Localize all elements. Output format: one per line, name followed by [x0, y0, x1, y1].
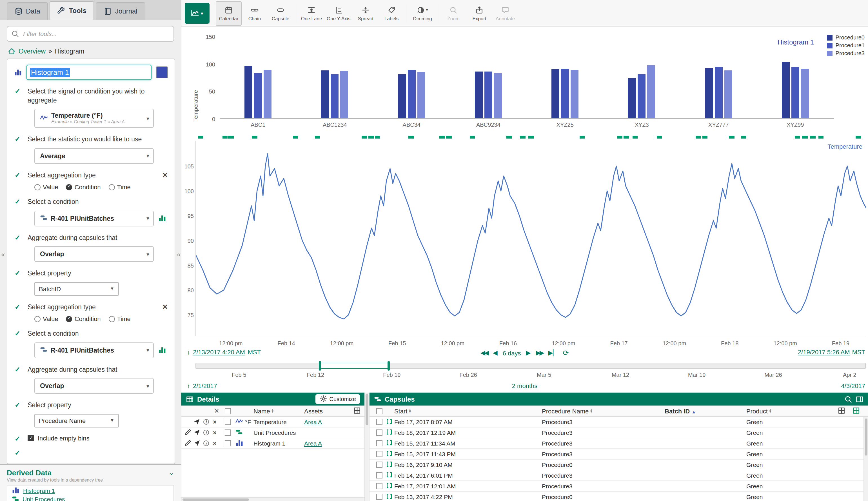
toolbar-button-labels[interactable]: Labels: [378, 1, 405, 25]
step-back-fast-button[interactable]: ◀◀: [481, 349, 488, 356]
window-right-handle[interactable]: [387, 361, 389, 371]
capsules-col-procedure[interactable]: Procedure Name ▴▾: [542, 407, 592, 414]
capsule-row[interactable]: Feb 15, 2017 11:43 PMProcedure3Green: [369, 449, 868, 460]
condition-chart-button[interactable]: [158, 345, 166, 354]
collapse-sidebar-handle[interactable]: «: [177, 250, 181, 258]
row-checkbox[interactable]: [376, 472, 383, 479]
capsule-row[interactable]: Feb 17, 2017 8:07 AMProcedure3Green: [369, 417, 868, 427]
range-end-link[interactable]: 2/19/2017 5:26 AM: [798, 349, 850, 355]
details-col-name[interactable]: Name ▴▾: [254, 407, 274, 414]
customize-button[interactable]: Customize: [315, 394, 360, 404]
info-icon[interactable]: i: [203, 430, 209, 435]
remove-step-icon[interactable]: ✕: [162, 171, 168, 179]
refresh-button[interactable]: ⟳: [563, 349, 569, 357]
send-icon[interactable]: [194, 429, 200, 436]
capsules-col-start[interactable]: Start ▴▾: [394, 407, 411, 414]
row-checkbox[interactable]: [376, 451, 383, 457]
remove-all-icon[interactable]: ✕: [214, 407, 219, 415]
capsules-vertical-scrollbar[interactable]: [864, 417, 868, 501]
capsules-grid-icon[interactable]: [852, 406, 860, 415]
condition-select-1[interactable]: R-401 PIUnitBatches ▾: [34, 210, 154, 226]
row-checkbox[interactable]: [376, 429, 383, 436]
radio-condition[interactable]: Condition: [66, 316, 101, 322]
toolbar-button-one-lane[interactable]: One Lane: [299, 1, 324, 25]
radio-circle-time[interactable]: [109, 184, 115, 190]
toolbar-button-dimming[interactable]: ▾Dimming: [409, 1, 436, 25]
step-forward-fast-button[interactable]: ▶▶: [536, 349, 543, 356]
investigate-end[interactable]: 4/3/2017: [841, 382, 865, 389]
derived-item-link[interactable]: Histogram 1: [23, 487, 55, 494]
collapse-left-handle[interactable]: «: [1, 250, 5, 258]
row-checkbox[interactable]: [376, 483, 383, 489]
capsule-row[interactable]: Feb 17, 2017 12:01 AMProcedure3Green: [369, 481, 868, 492]
breadcrumb-overview-link[interactable]: Overview: [19, 48, 46, 55]
step-forward-button[interactable]: ▶: [526, 349, 531, 356]
capsule-row[interactable]: Feb 14, 2017 6:01 PMProcedure3Green: [369, 470, 868, 481]
during-select-2[interactable]: Overlap ▾: [34, 378, 154, 394]
include-empty-bins-checkbox[interactable]: [28, 435, 34, 441]
histogram-chart[interactable]: [220, 36, 834, 119]
edit-icon[interactable]: [184, 439, 192, 448]
condition-chart-button[interactable]: [158, 214, 166, 223]
toolbar-button-one-y-axis[interactable]: One Y-Axis: [324, 1, 353, 25]
condition-select-2[interactable]: R-401 PIUnitBatches ▾: [34, 342, 154, 358]
step-to-end-button[interactable]: ▶▏: [548, 349, 558, 356]
property-select-1[interactable]: BatchID ▼: [34, 282, 119, 296]
radio-condition[interactable]: Condition: [66, 184, 101, 190]
remove-icon[interactable]: ×: [213, 440, 217, 447]
capsules-select-all-checkbox[interactable]: [376, 408, 383, 414]
radio-time[interactable]: Time: [109, 184, 131, 190]
investigate-selected-window[interactable]: [320, 363, 388, 369]
tab-journal[interactable]: Journal: [96, 2, 145, 20]
toolbar-button-calendar[interactable]: Calendar: [216, 1, 242, 25]
tab-tools[interactable]: Tools: [50, 1, 94, 20]
tool-name-input[interactable]: Histogram 1: [26, 65, 151, 80]
details-row[interactable]: i×Unit Procedures: [181, 427, 364, 438]
radio-circle-value[interactable]: [34, 316, 41, 322]
during-select-1[interactable]: Overlap ▾: [34, 246, 154, 262]
radio-value[interactable]: Value: [34, 316, 58, 322]
details-row[interactable]: i×°FTemperatureArea A: [181, 417, 364, 427]
signal-select[interactable]: Temperature (°F) Example » Cooling Tower…: [34, 109, 154, 128]
capsules-col-batch-sorted[interactable]: Batch ID ▲: [665, 407, 696, 414]
row-checkbox[interactable]: [225, 429, 231, 436]
chevron-down-icon[interactable]: ⌄: [169, 469, 174, 476]
remove-step-icon[interactable]: ✕: [162, 303, 168, 311]
toolbar-button-spread[interactable]: Spread: [353, 1, 378, 25]
details-row[interactable]: i×Histogram 1Area A: [181, 438, 364, 449]
row-checkbox[interactable]: [376, 419, 383, 425]
investigate-duration[interactable]: 2 months: [512, 382, 538, 389]
trend-chart[interactable]: [195, 141, 866, 336]
info-icon[interactable]: i: [203, 419, 209, 425]
row-checkbox[interactable]: [225, 440, 231, 446]
remove-icon[interactable]: ×: [213, 429, 217, 436]
radio-time[interactable]: Time: [109, 316, 131, 322]
row-checkbox[interactable]: [376, 440, 383, 446]
capsule-row[interactable]: Feb 18, 2017 12:19 AMProcedure3Green: [369, 427, 868, 438]
radio-value[interactable]: Value: [34, 184, 58, 190]
radio-circle-condition[interactable]: [66, 316, 72, 322]
row-checkbox[interactable]: [376, 494, 383, 500]
radio-circle-value[interactable]: [34, 184, 41, 190]
capsule-row[interactable]: Feb 13, 2017 4:22 PMProcedure0Green: [369, 492, 868, 501]
remove-icon[interactable]: ×: [213, 418, 217, 425]
toolbar-button-chain[interactable]: Chain: [242, 1, 268, 25]
select-all-checkbox[interactable]: [225, 408, 231, 414]
statistic-select[interactable]: Average ▾: [34, 148, 154, 164]
property-select-2[interactable]: Procedure Name ▼: [34, 414, 119, 427]
capsule-row[interactable]: Feb 16, 2017 9:10 AMProcedure0Green: [369, 460, 868, 470]
toolbar-button-capsule[interactable]: Capsule: [268, 1, 293, 25]
radio-circle-condition[interactable]: [66, 184, 72, 190]
capsules-col-product[interactable]: Product ▴▾: [746, 407, 771, 414]
magnifier-icon[interactable]: [844, 395, 852, 403]
panel-layout-icon[interactable]: [856, 395, 864, 403]
radio-circle-time[interactable]: [109, 316, 115, 322]
investigate-timebar[interactable]: [195, 363, 866, 369]
capsule-row[interactable]: Feb 15, 2017 11:34 AMProcedure3Green: [369, 438, 868, 449]
row-checkbox[interactable]: [376, 461, 383, 468]
capsules-columns-icon[interactable]: [838, 406, 846, 415]
add-column-icon[interactable]: [353, 406, 361, 415]
send-icon[interactable]: [194, 440, 200, 447]
row-checkbox[interactable]: [225, 419, 231, 425]
tab-data[interactable]: Data: [7, 2, 48, 20]
